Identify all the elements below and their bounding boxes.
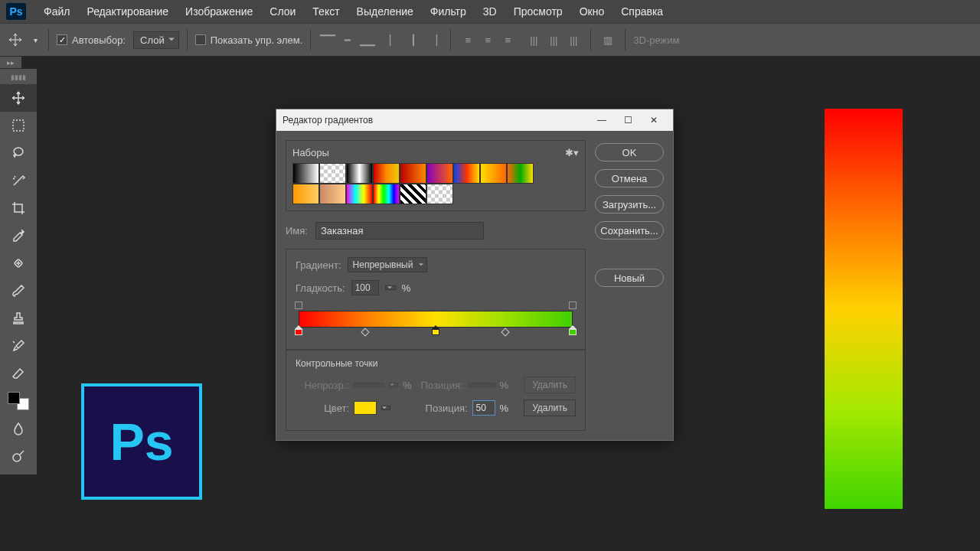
menu-filter[interactable]: Фильтр [422,1,475,22]
new-button[interactable]: Новый [595,269,664,287]
name-label: Имя: [286,225,308,236]
presets-label: Наборы [292,147,329,158]
preset-swatch-12[interactable] [373,184,400,204]
smoothness-input[interactable]: 100 [351,280,379,295]
preset-swatch-1[interactable] [319,163,346,184]
dodge-tool[interactable] [0,442,37,470]
color-position-input[interactable] [472,400,495,416]
preset-swatch-7[interactable] [480,163,507,184]
color-stop-1[interactable] [432,329,439,338]
menu-file[interactable]: Файл [35,1,78,22]
menu-3d[interactable]: 3D [475,1,505,22]
history-brush-tool[interactable] [0,332,37,360]
distribute-vcenter-icon[interactable]: ≡ [479,31,497,48]
wand-tool[interactable] [0,167,37,194]
gradient-name-input[interactable] [315,222,484,240]
stamp-tool[interactable] [0,305,37,332]
preset-swatch-0[interactable] [292,163,319,184]
color-dropdown[interactable] [381,406,390,410]
cancel-button[interactable]: Отмена [595,169,664,187]
distribute-left-icon[interactable]: ||| [524,31,543,48]
dialog-title: Редактор градиентов [283,115,589,126]
preset-swatch-3[interactable] [373,163,400,184]
distribute-right-icon[interactable]: ||| [564,31,583,48]
tool-preset-dropdown[interactable]: ▾ [31,36,41,44]
marquee-tool[interactable] [0,112,37,139]
preset-swatch-13[interactable] [400,184,426,204]
preset-swatch-11[interactable] [346,184,373,204]
delete-color-stop[interactable]: Удалить [524,399,576,416]
heal-tool[interactable] [0,249,37,277]
align-hcenter-icon[interactable]: ┃ [404,31,423,48]
gradient-editor-dialog: Редактор градиентов — ☐ ✕ Наборы ✱▾ Имя:… [276,109,674,441]
midpoint-1[interactable] [501,328,510,336]
distribute-group-2: ||| ||| ||| [524,31,583,48]
color-stop-0[interactable] [295,329,302,338]
align-group-1: ▔▔ ━ ▁▁ [318,31,377,48]
distribute-top-icon[interactable]: ≡ [459,31,477,48]
opacity-stop-start[interactable] [295,302,302,309]
gradient-type-select[interactable]: Непрерывный [348,257,428,272]
menu-help[interactable]: Справка [612,1,671,22]
toolbox: ▮▮▮▮ [0,69,37,474]
menu-view[interactable]: Просмотр [505,1,571,22]
control-points-label: Контрольные точки [296,358,576,369]
fg-bg-swatch[interactable] [0,387,37,415]
auto-align-icon[interactable]: ▥ [599,31,617,48]
close-button[interactable]: ✕ [641,109,667,131]
preset-swatch-9[interactable] [292,184,319,204]
distribute-group-1: ≡ ≡ ≡ [459,31,517,48]
opacity-stop-end[interactable] [569,302,577,309]
align-vcenter-icon[interactable]: ━ [338,31,357,48]
blur-tool[interactable] [0,415,37,442]
expand-panels[interactable]: ▸▸ [0,57,21,69]
menu-image[interactable]: Изображение [177,1,261,22]
color-swatch[interactable] [354,401,377,415]
color-stop-2[interactable] [569,329,577,338]
smoothness-dropdown[interactable] [385,285,396,290]
lasso-tool[interactable] [0,139,37,167]
move-tool[interactable] [0,84,37,112]
align-top-icon[interactable]: ▔▔ [318,31,337,48]
ok-button[interactable]: OK [595,143,664,161]
options-bar: ▾ Автовыбор: Слой Показать упр. элем. ▔▔… [0,23,980,57]
menu-text[interactable]: Текст [304,1,348,22]
load-button[interactable]: Загрузить... [595,195,664,214]
menubar: Ps Файл Редактирование Изображение Слои … [0,0,980,23]
menu-layers[interactable]: Слои [261,1,304,22]
smoothness-label: Гладкость: [296,282,345,294]
gradient-bar[interactable] [296,303,576,341]
crop-tool[interactable] [0,194,37,222]
distribute-hcenter-icon[interactable]: ||| [544,31,563,48]
menu-edit[interactable]: Редактирование [78,1,177,22]
preset-swatch-2[interactable] [346,163,373,184]
preset-swatch-8[interactable] [507,163,534,184]
minimize-button[interactable]: — [589,109,615,131]
align-right-icon[interactable]: ▕ [424,31,443,48]
dialog-titlebar[interactable]: Редактор градиентов — ☐ ✕ [276,109,673,131]
menu-select[interactable]: Выделение [348,1,422,22]
brush-tool[interactable] [0,277,37,305]
delete-opacity-stop: Удалить [524,377,576,393]
opacity-input [354,383,384,387]
align-bottom-icon[interactable]: ▁▁ [358,31,377,48]
preset-swatch-4[interactable] [400,163,426,184]
preset-swatch-14[interactable] [426,184,453,204]
eraser-tool[interactable] [0,360,37,387]
mode-3d-label[interactable]: 3D-режим [633,34,679,46]
preset-swatch-5[interactable] [426,163,453,184]
preset-swatch-6[interactable] [453,163,480,184]
autoselect-target[interactable]: Слой [133,31,179,49]
show-controls-checkbox[interactable]: Показать упр. элем. [195,34,303,46]
preset-swatch-10[interactable] [319,184,346,204]
save-button[interactable]: Сохранить... [595,221,664,240]
maximize-button[interactable]: ☐ [615,109,641,131]
autoselect-checkbox[interactable]: Автовыбор: [57,34,126,46]
align-left-icon[interactable]: ▏ [384,31,403,48]
distribute-bottom-icon[interactable]: ≡ [498,31,517,48]
eyedropper-tool[interactable] [0,222,37,249]
presets-menu-icon[interactable]: ✱▾ [565,147,579,158]
menu-window[interactable]: Окно [571,1,613,22]
presets-panel: Наборы ✱▾ [286,140,586,211]
midpoint-0[interactable] [361,328,370,336]
